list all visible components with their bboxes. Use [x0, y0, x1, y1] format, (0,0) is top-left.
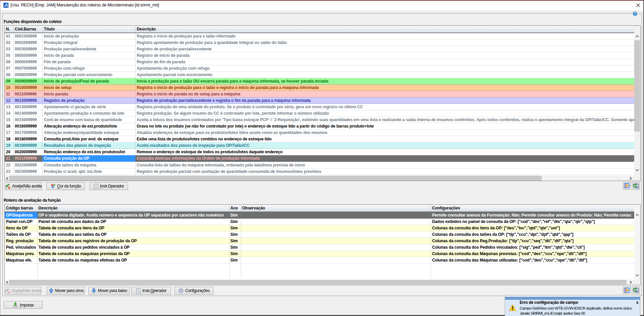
svg-text:?: ?	[634, 12, 636, 16]
